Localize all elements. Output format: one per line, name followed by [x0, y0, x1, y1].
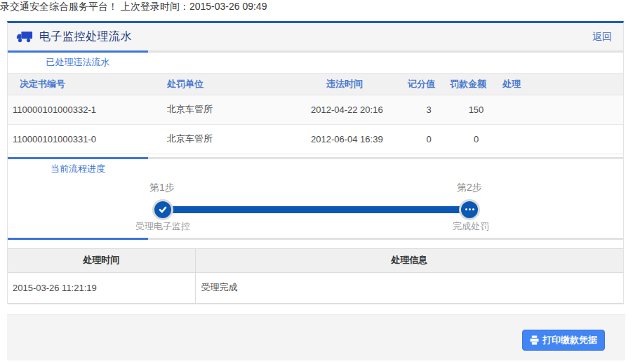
- col-header-process-time: 处理时间: [8, 248, 195, 272]
- spacer: [8, 240, 623, 248]
- truck-icon: [16, 31, 33, 43]
- back-button[interactable]: 返回: [592, 31, 612, 43]
- col-header-fine: 罚款金额: [450, 74, 502, 95]
- cell-points: 3: [408, 95, 450, 124]
- tab-current-progress[interactable]: 当前流程进度: [8, 159, 148, 178]
- process-header-row: 处理时间 处理信息: [8, 248, 623, 272]
- col-header-unit: 处罚单位: [162, 74, 306, 95]
- step2-circle: [459, 199, 480, 220]
- cell-points: 0: [408, 124, 450, 154]
- printer-icon: [530, 335, 539, 345]
- step1-name: 受理电子监控: [135, 220, 190, 233]
- print-button-label: 打印缴款凭据: [542, 334, 597, 346]
- progress-line: [163, 206, 469, 213]
- cell-decision-no: 110000101000331-0: [8, 124, 162, 154]
- step2-label: 第2步: [457, 182, 482, 194]
- cell-decision-no: 110000101000332-1: [8, 95, 162, 124]
- tabbar-processed: 已处理违法流水: [8, 50, 623, 74]
- print-payment-receipt-button[interactable]: 打印缴款凭据: [522, 330, 605, 351]
- check-icon: [158, 205, 168, 215]
- step1-circle: [152, 199, 173, 220]
- ellipsis-icon: [465, 208, 474, 210]
- monitor-flow-panel: 电子监控处理流水 返回 已处理违法流水 决定书编号 处罚单位 违法时间 记分值 …: [7, 21, 624, 304]
- table-row: 110000101000331-0 北京车管所 2012-06-04 16:39…: [8, 124, 623, 154]
- violations-table: 决定书编号 处罚单位 违法时间 记分值 罚款金额 处理 110000101000…: [8, 74, 623, 154]
- cell-unit: 北京车管所: [162, 95, 306, 124]
- cell-action: [502, 95, 623, 124]
- panel-title-wrap: 电子监控处理流水: [16, 29, 132, 44]
- col-header-points: 记分值: [408, 74, 450, 95]
- violations-header-row: 决定书编号 处罚单位 违法时间 记分值 罚款金额 处理: [8, 74, 623, 95]
- page-title: 电子监控处理流水: [39, 29, 132, 44]
- col-header-action: 处理: [502, 74, 623, 95]
- step1-label: 第1步: [149, 182, 175, 194]
- cell-process-info: 受理完成: [195, 272, 623, 303]
- table-row: 110000101000332-1 北京车管所 2012-04-22 20:16…: [8, 95, 623, 124]
- footer-band: 打印缴款凭据: [7, 314, 625, 360]
- tabbar-bottom: [8, 238, 623, 240]
- cell-fine: 0: [450, 124, 502, 154]
- cell-unit: 北京车管所: [162, 124, 306, 154]
- cell-process-time: 2015-03-26 11:21:19: [8, 272, 195, 303]
- page: 录交通安全综合服务平台！ 上次登录时间：2015-03-26 09:49 电子监…: [0, 0, 640, 364]
- cell-fine: 150: [450, 95, 502, 124]
- cell-action: [502, 124, 623, 154]
- col-header-decision-no: 决定书编号: [8, 74, 162, 95]
- step2-name: 完成处罚: [453, 220, 489, 233]
- tabbar-progress: 当前流程进度: [8, 157, 623, 180]
- cell-time: 2012-04-22 20:16: [306, 95, 408, 124]
- col-header-process-info: 处理信息: [195, 248, 623, 272]
- cell-time: 2012-06-04 16:39: [306, 124, 408, 154]
- table-row: 2015-03-26 11:21:19 受理完成: [8, 272, 623, 303]
- tab-processed-violations[interactable]: 已处理违法流水: [8, 53, 148, 72]
- col-header-time: 违法时间: [306, 74, 408, 95]
- tab-active-underline: [8, 238, 148, 240]
- process-table: 处理时间 处理信息 2015-03-26 11:21:19 受理完成: [8, 248, 623, 304]
- panel-header: 电子监控处理流水 返回: [8, 23, 623, 50]
- progress-flow: 第1步 第2步 受理电子监控 完成处罚: [8, 180, 623, 238]
- welcome-bar: 录交通安全综合服务平台！ 上次登录时间：2015-03-26 09:49: [0, 1, 267, 13]
